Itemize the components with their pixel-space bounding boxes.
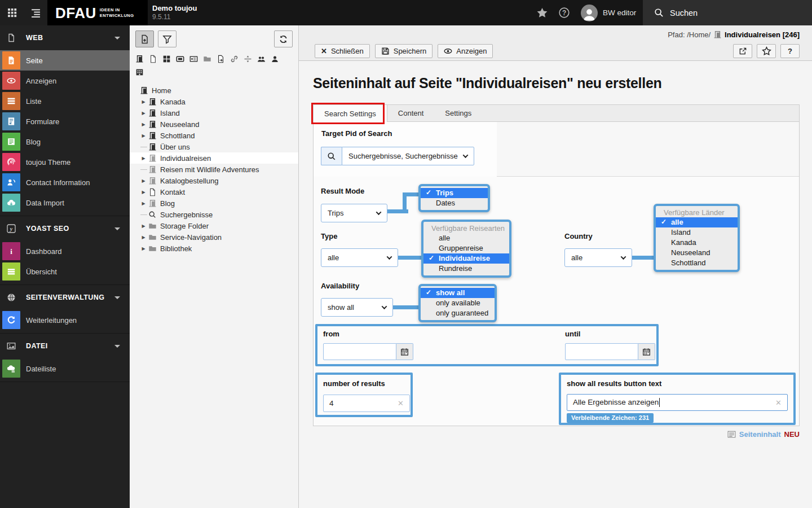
tree-node-reisen-mit-wildlife-adventures[interactable]: Reisen mit Wildlife Adventures (130, 164, 298, 175)
sidebar-item-dashboard[interactable]: iDashboard (0, 241, 130, 261)
close-button[interactable]: ✕ Schließen (315, 44, 370, 58)
building-page-type-icon[interactable] (135, 68, 144, 76)
clear-icon[interactable]: ✕ (398, 399, 404, 408)
tab-settings[interactable]: Settings (434, 105, 482, 121)
expand-arrow-icon[interactable]: ▶ (139, 190, 148, 195)
sidebar-item-contact-information[interactable]: Contact Information (0, 172, 130, 192)
type-select[interactable]: alle (321, 248, 398, 267)
pagetree-toggle-icon[interactable] (24, 0, 47, 25)
target-pid-select[interactable]: Suchergebnisse, Suchergebnisse (342, 147, 474, 165)
option-rundreise[interactable]: Rundreise (423, 264, 509, 274)
global-search[interactable]: Suchen (643, 0, 812, 25)
tree-node-kontakt[interactable]: ▶Kontakt (130, 186, 298, 198)
tree-node-individualreisen[interactable]: ▶Individualreisen (130, 152, 298, 164)
sidebar-section-header[interactable]: DATEI (0, 334, 130, 358)
tree-node-schottland[interactable]: ▶Schottland (130, 130, 298, 141)
expand-arrow-icon[interactable]: ▶ (139, 246, 148, 251)
sidebar-item-weiterleitungen[interactable]: Weiterleitungen (0, 310, 130, 330)
expand-arrow-icon[interactable]: ▶ (139, 178, 148, 183)
expand-arrow-icon[interactable]: ▶ (139, 235, 148, 240)
save-button[interactable]: Speichern (375, 44, 433, 58)
expand-arrow-icon[interactable]: ▶ (139, 224, 148, 229)
sidebar-section-header[interactable]: yYOAST SEO (0, 216, 130, 241)
help-icon[interactable]: ? (559, 7, 570, 18)
users-page-type-icon[interactable] (257, 55, 266, 63)
expand-arrow-icon[interactable]: ▶ (139, 133, 148, 138)
until-date-input[interactable] (565, 343, 638, 360)
sidebar-section-header[interactable]: WEB (0, 25, 130, 50)
expand-arrow-icon[interactable]: ▶ (139, 99, 148, 104)
availability-select[interactable]: show all (321, 298, 393, 317)
sidebar-item-anzeigen[interactable]: Anzeigen (0, 71, 130, 91)
user-menu[interactable]: BW editor (581, 5, 636, 21)
from-date-input[interactable] (323, 343, 396, 360)
option-individualreise[interactable]: Individualreise (423, 253, 509, 264)
sidebar-item-dateiliste[interactable]: Dateiliste (0, 358, 130, 379)
bookmark-star-icon[interactable] (537, 7, 548, 18)
tree-node-bibliothek[interactable]: ▶Bibliothek (130, 243, 298, 254)
option-show-all[interactable]: show all (421, 288, 495, 298)
tree-node-blog[interactable]: ▶Blog (130, 198, 298, 209)
calendar-icon[interactable] (638, 343, 655, 360)
sidebar-item-liste[interactable]: Liste (0, 91, 130, 111)
clear-icon[interactable]: ✕ (775, 398, 782, 407)
option-only-available[interactable]: only available (421, 298, 495, 308)
grid4-page-type-icon[interactable] (162, 55, 171, 63)
option-island[interactable]: Island (656, 227, 738, 238)
open-external-button[interactable] (733, 44, 752, 58)
sidebar-item-formulare[interactable]: Formulare (0, 111, 130, 132)
option-alle[interactable]: alle (656, 217, 738, 227)
sidebar-item-toujou-theme[interactable]: toujou Theme (0, 152, 130, 172)
tree-node-island[interactable]: ▶Island (130, 107, 298, 119)
tab-search-settings[interactable]: Search Settings (314, 105, 387, 122)
sidebar-item-blog[interactable]: Blog (0, 132, 130, 152)
tree-node-katalogbestellung[interactable]: ▶Katalogbestellung (130, 175, 298, 186)
tab-content[interactable]: Content (387, 105, 435, 121)
sidebar-item-seite[interactable]: Seite (0, 50, 130, 71)
tree-node-suchergebnisse[interactable]: Suchergebnisse (130, 209, 298, 220)
tree-node-über-uns[interactable]: Über uns (130, 141, 298, 152)
folder-page-type-icon[interactable] (203, 55, 211, 63)
file-page-type-icon[interactable] (149, 55, 157, 63)
tree-node-service-navigation[interactable]: ▶Service-Navigation (130, 231, 298, 243)
option-only-guaranteed[interactable]: only guaranteed (421, 308, 495, 318)
tree-node-storage-folder[interactable]: ▶Storage Folder (130, 220, 298, 231)
option-gruppenreise[interactable]: Gruppenreise (423, 243, 509, 253)
record-type-link[interactable]: Seiteninhalt (739, 430, 781, 439)
option-trips[interactable]: Trips (421, 188, 488, 198)
filter-button[interactable] (158, 30, 176, 47)
card-page-type-icon[interactable] (189, 55, 198, 63)
sidebar-item-übersicht[interactable]: Übersicht (0, 261, 130, 282)
option-neuseeland[interactable]: Neuseeland (656, 248, 738, 258)
view-button[interactable]: Anzeigen (438, 44, 493, 58)
country-select[interactable]: alle (564, 248, 632, 267)
option-dates[interactable]: Dates (421, 198, 488, 208)
tree-node-home[interactable]: Home (130, 85, 298, 96)
bookmark-button[interactable] (757, 44, 776, 58)
new-page-button[interactable] (135, 30, 154, 47)
button-text-input[interactable]: Alle Ergebnisse anzeigen ✕ (567, 394, 788, 411)
modules-toggle-icon[interactable] (0, 0, 24, 25)
chain-page-type-icon[interactable] (230, 55, 239, 63)
sidebar-section-header[interactable]: SEITENVERWALTUNG (0, 285, 130, 310)
option-schottland[interactable]: Schottland (656, 258, 738, 268)
refresh-button[interactable] (274, 30, 293, 47)
tree-node-kanada[interactable]: ▶Kanada (130, 96, 298, 107)
expand-arrow-icon[interactable]: ▶ (139, 111, 148, 116)
expand-arrow-icon[interactable]: ▶ (139, 122, 148, 127)
option-kanada[interactable]: Kanada (656, 238, 738, 248)
file-arrow-page-type-icon[interactable] (217, 55, 225, 63)
expand-arrow-icon[interactable]: ▶ (139, 201, 148, 206)
help-button[interactable]: ? (780, 44, 800, 58)
door-page-type-icon[interactable] (135, 55, 144, 63)
number-of-results-input[interactable]: 4 ✕ (323, 395, 410, 412)
divider-page-type-icon[interactable] (244, 55, 252, 63)
user-page-type-icon[interactable] (271, 55, 279, 63)
result-mode-select[interactable]: Trips (321, 204, 387, 222)
tree-node-neuseeland[interactable]: ▶Neuseeland (130, 119, 298, 130)
option-alle[interactable]: alle (423, 233, 509, 243)
screen-page-type-icon[interactable] (176, 55, 184, 63)
expand-arrow-icon[interactable]: ▶ (139, 156, 148, 161)
sidebar-item-data-import[interactable]: Data Import (0, 192, 130, 213)
calendar-icon[interactable] (396, 343, 413, 360)
